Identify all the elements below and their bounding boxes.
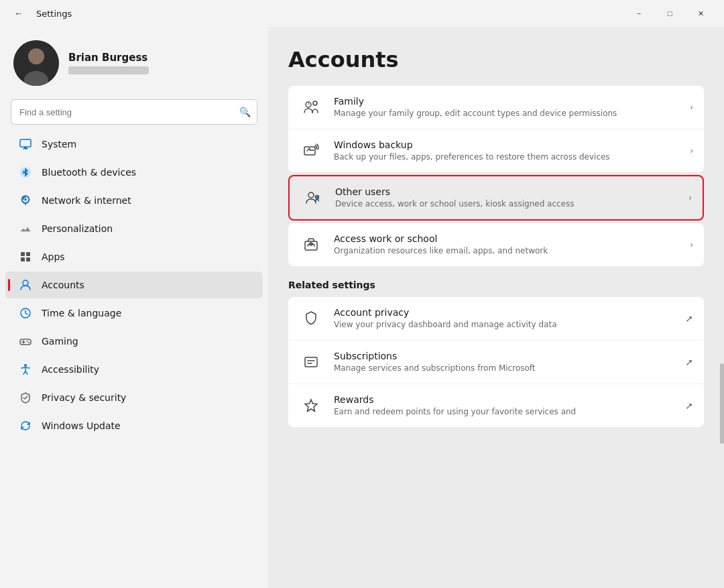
nav-bluetooth[interactable]: Bluetooth & devices: [5, 159, 263, 186]
row-access-work[interactable]: Access work or school Organization resou…: [288, 223, 704, 266]
accounts-label: Accounts: [42, 280, 84, 290]
nav-privacy[interactable]: Privacy & security: [5, 384, 263, 411]
row-other-users[interactable]: Other users Device access, work or schoo…: [290, 176, 703, 219]
main-content: Accounts Family Manage your family group…: [268, 27, 724, 588]
row-account-privacy[interactable]: Account privacy View your privacy dashbo…: [288, 297, 704, 341]
svg-point-12: [23, 280, 28, 286]
nav-gaming[interactable]: Gaming: [5, 328, 263, 355]
scrollbar-thumb: [720, 363, 724, 444]
family-chevron: ›: [690, 103, 693, 112]
account-privacy-text: Account privacy View your privacy dashbo…: [334, 307, 674, 331]
account-privacy-external: ➚: [685, 313, 693, 324]
subscriptions-external: ➚: [685, 357, 693, 367]
nav-system[interactable]: System: [5, 131, 263, 158]
family-text: Family Manage your family group, edit ac…: [334, 96, 679, 119]
page-title: Accounts: [288, 47, 704, 72]
svg-point-17: [24, 364, 27, 367]
user-email-bar: [68, 66, 149, 74]
svg-point-1: [28, 48, 44, 64]
other-users-text: Other users Device access, work or schoo…: [335, 186, 678, 210]
active-indicator: [8, 279, 10, 291]
nav-accounts[interactable]: Accounts: [5, 272, 263, 298]
personalization-icon: [19, 222, 32, 235]
related-settings-title: Related settings: [288, 280, 704, 290]
subscriptions-icon: [299, 350, 323, 374]
nav-network[interactable]: Network & internet: [5, 187, 263, 214]
subscriptions-subtitle: Manage services and subscriptions from M…: [334, 363, 674, 374]
user-info: Brian Burgess: [68, 52, 149, 74]
rewards-title: Rewards: [334, 394, 674, 405]
svg-rect-8: [21, 252, 25, 256]
svg-point-7: [25, 198, 27, 200]
bluetooth-icon: [19, 166, 32, 179]
rewards-text: Rewards Earn and redeem points for using…: [334, 394, 674, 418]
work-icon: [299, 233, 323, 257]
scrollbar-track[interactable]: [720, 27, 724, 588]
backup-text: Windows backup Back up your files, apps,…: [334, 139, 679, 163]
access-work-text: Access work or school Organization resou…: [334, 233, 679, 257]
other-users-icon: [300, 186, 324, 210]
personalization-label: Personalization: [42, 223, 113, 234]
system-label: System: [42, 139, 76, 150]
svg-point-21: [308, 192, 314, 198]
account-privacy-title: Account privacy: [334, 307, 674, 318]
privacy-icon: [19, 391, 32, 404]
nav-update[interactable]: Windows Update: [5, 412, 263, 439]
family-title: Family: [334, 96, 679, 107]
svg-rect-5: [24, 147, 27, 149]
other-users-subtitle: Device access, work or school users, kio…: [335, 198, 678, 210]
system-icon: [19, 137, 32, 151]
nav-time[interactable]: Time & language: [5, 300, 263, 327]
backup-chevron: ›: [690, 146, 693, 156]
shield-icon: [299, 306, 323, 331]
nav-personalization[interactable]: Personalization: [5, 215, 263, 242]
row-rewards[interactable]: Rewards Earn and redeem points for using…: [288, 384, 704, 427]
subscriptions-title: Subscriptions: [334, 351, 674, 361]
svg-point-16: [28, 342, 29, 343]
backup-title: Windows backup: [334, 139, 679, 150]
search-box: 🔍: [11, 99, 257, 125]
card-family-backup: Family Manage your family group, edit ac…: [288, 86, 704, 172]
subscriptions-text: Subscriptions Manage services and subscr…: [334, 351, 674, 374]
card-related: Account privacy View your privacy dashbo…: [288, 297, 704, 427]
nav-apps[interactable]: Apps: [5, 243, 263, 270]
sidebar: Brian Burgess 🔍 System: [0, 27, 268, 588]
time-icon: [19, 306, 32, 320]
family-subtitle: Manage your family group, edit account t…: [334, 108, 679, 119]
maximize-button[interactable]: □: [654, 3, 685, 23]
avatar: [13, 40, 59, 86]
row-family[interactable]: Family Manage your family group, edit ac…: [288, 86, 704, 129]
rewards-icon: [299, 394, 323, 418]
app-body: Brian Burgess 🔍 System: [0, 27, 724, 588]
bluetooth-label: Bluetooth & devices: [42, 167, 136, 178]
update-icon: [19, 419, 32, 432]
update-label: Windows Update: [42, 420, 121, 431]
time-label: Time & language: [42, 308, 121, 318]
other-users-title: Other users: [335, 186, 678, 197]
row-windows-backup[interactable]: Windows backup Back up your files, apps,…: [288, 129, 704, 172]
minimize-button[interactable]: −: [623, 3, 654, 23]
rewards-subtitle: Earn and redeem points for using your fa…: [334, 406, 674, 418]
rewards-external: ➚: [685, 400, 693, 411]
app-title: Settings: [36, 9, 72, 19]
access-work-title: Access work or school: [334, 233, 679, 244]
gaming-icon: [19, 335, 32, 348]
svg-rect-3: [20, 139, 31, 147]
accounts-icon: [19, 278, 32, 292]
titlebar: ← Settings − □ ✕: [0, 0, 724, 27]
backup-icon: [299, 139, 323, 163]
window-controls: − □ ✕: [623, 3, 716, 23]
user-name: Brian Burgess: [68, 52, 149, 64]
back-button[interactable]: ←: [8, 3, 29, 24]
account-privacy-subtitle: View your privacy dashboard and manage a…: [334, 319, 674, 331]
svg-rect-10: [21, 257, 25, 261]
other-users-chevron: ›: [688, 193, 692, 202]
network-icon: [19, 194, 32, 207]
svg-point-15: [27, 341, 28, 342]
search-input[interactable]: [11, 99, 257, 125]
user-profile[interactable]: Brian Burgess: [0, 27, 268, 99]
close-button[interactable]: ✕: [685, 3, 716, 23]
row-subscriptions[interactable]: Subscriptions Manage services and subscr…: [288, 341, 704, 384]
nav-accessibility[interactable]: Accessibility: [5, 356, 263, 383]
backup-subtitle: Back up your files, apps, preferences to…: [334, 152, 679, 163]
